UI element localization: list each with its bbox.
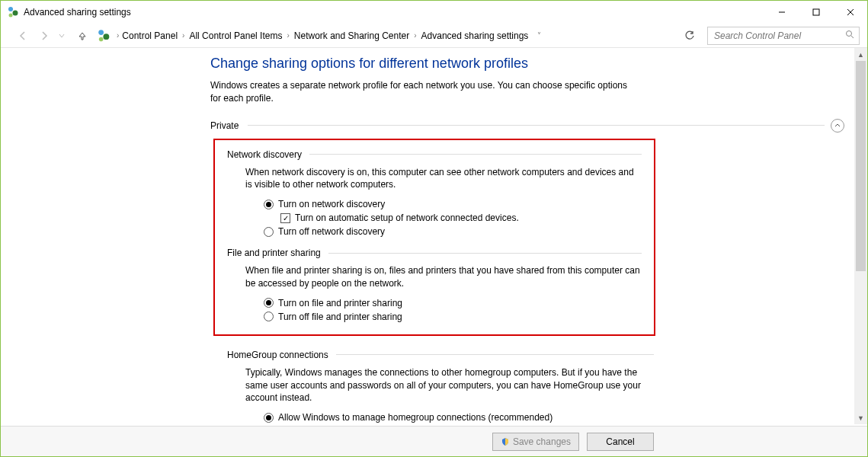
svg-point-8 (103, 34, 109, 40)
svg-point-10 (847, 31, 852, 37)
app-icon (7, 6, 19, 18)
button-label: Save changes (513, 436, 571, 447)
divider (328, 253, 642, 254)
homegroup-section: HomeGroup connections Typically, Windows… (227, 350, 654, 424)
content-area: Change sharing options for different net… (1, 48, 867, 424)
radio-icon (264, 227, 274, 237)
profile-private-header[interactable]: Private (210, 119, 844, 133)
chevron-right-icon[interactable]: › (414, 31, 416, 40)
homegroup-desc: Typically, Windows manages the connectio… (245, 366, 642, 404)
search-box[interactable] (707, 27, 860, 45)
radio-turn-off-discovery[interactable]: Turn off network discovery (264, 226, 642, 237)
radio-label: Turn on network discovery (278, 199, 385, 209)
radio-turn-off-file-sharing[interactable]: Turn off file and printer sharing (264, 312, 642, 322)
svg-point-9 (99, 37, 104, 41)
scroll-down-button[interactable]: ▼ (854, 411, 867, 424)
file-printer-desc: When file and printer sharing is on, fil… (245, 264, 642, 290)
profile-label: Private (210, 120, 239, 131)
scroll-thumb[interactable] (856, 61, 866, 271)
breadcrumb-item[interactable]: Network and Sharing Center (294, 30, 409, 41)
svg-rect-4 (813, 9, 819, 15)
radio-label: Turn off network discovery (278, 226, 385, 237)
breadcrumb-item[interactable]: All Control Panel Items (189, 30, 282, 41)
scroll-up-button[interactable]: ▲ (854, 48, 867, 61)
divider (336, 354, 654, 355)
breadcrumb: Control Panel › All Control Panel Items … (122, 30, 681, 41)
radio-label: Turn on file and printer sharing (278, 298, 402, 308)
breadcrumb-icon (97, 29, 111, 43)
maximize-button[interactable] (799, 1, 833, 24)
title-bar: Advanced sharing settings (1, 1, 867, 24)
nav-bar: › Control Panel › All Control Panel Item… (1, 24, 867, 48)
breadcrumb-item[interactable]: Control Panel (122, 30, 178, 41)
minimize-button[interactable] (764, 1, 799, 24)
page-heading: Change sharing options for different net… (210, 56, 844, 72)
radio-label: Allow Windows to manage homegroup connec… (278, 412, 553, 423)
network-discovery-header: Network discovery (227, 149, 642, 160)
radio-icon (264, 298, 274, 308)
refresh-button[interactable] (681, 27, 698, 44)
checkbox-label: Turn on automatic setup of network conne… (295, 213, 519, 223)
svg-point-0 (8, 7, 13, 11)
breadcrumb-item[interactable]: Advanced sharing settings (421, 30, 529, 41)
divider (248, 125, 825, 126)
back-button[interactable] (14, 27, 31, 44)
shield-icon (501, 437, 510, 446)
divider (309, 154, 642, 155)
radio-icon (264, 200, 274, 209)
forward-button[interactable] (36, 27, 53, 44)
radio-turn-on-file-sharing[interactable]: Turn on file and printer sharing (264, 298, 642, 308)
file-printer-header: File and printer sharing (227, 248, 642, 258)
svg-point-1 (13, 11, 18, 16)
close-button[interactable] (833, 1, 867, 24)
breadcrumb-dropdown[interactable]: ˅ (537, 31, 541, 40)
checkbox-icon: ✓ (280, 213, 290, 223)
svg-point-2 (9, 14, 13, 18)
section-title: HomeGroup connections (227, 350, 328, 360)
search-input[interactable] (713, 30, 845, 42)
chevron-right-icon[interactable]: › (117, 31, 119, 40)
scroll-track[interactable] (854, 61, 867, 411)
svg-point-7 (98, 30, 104, 35)
window-title: Advanced sharing settings (24, 7, 131, 18)
homegroup-header: HomeGroup connections (227, 350, 654, 360)
section-title: File and printer sharing (227, 248, 321, 258)
svg-line-11 (851, 36, 854, 38)
radio-label: Turn off file and printer sharing (278, 312, 402, 322)
chevron-right-icon[interactable]: › (182, 31, 184, 40)
recent-dropdown[interactable] (57, 27, 66, 44)
highlight-box: Network discovery When network discovery… (213, 139, 655, 336)
save-changes-button[interactable]: Save changes (492, 433, 579, 451)
radio-allow-windows-manage[interactable]: Allow Windows to manage homegroup connec… (264, 412, 654, 423)
collapse-icon[interactable] (831, 119, 844, 133)
search-icon[interactable] (845, 30, 854, 41)
vertical-scrollbar[interactable]: ▲ ▼ (854, 48, 867, 424)
radio-turn-on-discovery[interactable]: Turn on network discovery (264, 199, 642, 209)
checkbox-auto-setup[interactable]: ✓ Turn on automatic setup of network con… (280, 213, 642, 223)
cancel-button[interactable]: Cancel (587, 433, 654, 451)
button-label: Cancel (606, 436, 634, 447)
window-controls (764, 1, 867, 24)
section-title: Network discovery (227, 149, 302, 160)
network-discovery-desc: When network discovery is on, this compu… (245, 166, 642, 192)
chevron-right-icon[interactable]: › (287, 31, 289, 40)
page-subtext: Windows creates a separate network profi… (210, 79, 637, 105)
radio-icon (264, 312, 274, 321)
up-button[interactable] (74, 27, 91, 44)
radio-icon (264, 413, 274, 423)
footer-bar: Save changes Cancel (1, 426, 867, 456)
